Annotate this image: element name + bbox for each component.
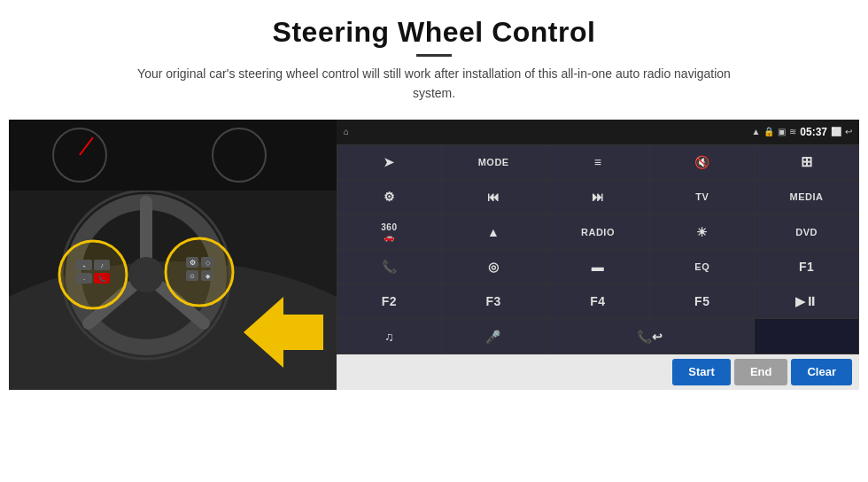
svg-point-12 (59, 241, 127, 308)
back-icon: ↩ (845, 127, 852, 136)
title-section: Steering Wheel Control Your original car… (133, 16, 735, 104)
btn-f3[interactable]: F3 (442, 284, 546, 318)
svg-text:♪: ♪ (100, 261, 104, 269)
end-button[interactable]: End (734, 359, 788, 385)
btn-music[interactable]: ♫ (337, 319, 441, 353)
btn-nav2[interactable]: ◎ (442, 250, 546, 284)
btn-f5[interactable]: F5 (650, 284, 754, 318)
btn-mute[interactable]: 🔇 (650, 145, 754, 179)
svg-point-7 (128, 257, 164, 292)
btn-empty (755, 319, 858, 353)
btn-navigate[interactable]: ➤ (337, 145, 441, 179)
btn-mic[interactable]: 🎤 (442, 319, 546, 353)
svg-point-21 (166, 238, 233, 306)
btn-apps[interactable]: ⊞ (755, 145, 858, 179)
btn-phone[interactable]: 📞 (337, 250, 441, 284)
lock-icon: 🔒 (763, 127, 774, 136)
svg-text:-: - (83, 276, 85, 282)
btn-phonecall[interactable]: 📞↩ (546, 319, 755, 353)
btn-f4[interactable]: F4 (546, 284, 650, 318)
status-bar: ⌂ ▲ 🔒 ▣ ≋ 05:37 ⬜ ↩ (337, 120, 859, 144)
content-area: + - ♪ 📞 ⚙ ◇ ⊙ ◆ (9, 120, 859, 390)
btn-eq[interactable]: EQ (650, 250, 754, 284)
page-wrapper: Steering Wheel Control Your original car… (0, 0, 868, 482)
sd-icon: ▣ (778, 127, 786, 136)
btn-prev[interactable]: ⏮ (442, 180, 546, 214)
bluetooth-icon: ≋ (789, 127, 796, 136)
wifi-icon: ▲ (751, 127, 760, 136)
btn-360[interactable]: 360🚗 (337, 214, 441, 248)
btn-tv[interactable]: TV (650, 180, 754, 214)
btn-dvd[interactable]: DVD (755, 214, 858, 248)
window-icon: ⬜ (831, 127, 841, 136)
title-divider (416, 54, 452, 57)
btn-brightness[interactable]: ☀ (650, 214, 754, 248)
btn-mode[interactable]: MODE (442, 145, 546, 179)
btn-playpause[interactable]: ▶⏸ (755, 284, 858, 318)
bottom-action-bar: Start End Clear (337, 354, 859, 390)
svg-rect-8 (9, 120, 337, 190)
btn-screen[interactable]: ▬ (546, 250, 650, 284)
svg-text:⊙: ⊙ (190, 273, 195, 279)
clear-button[interactable]: Clear (791, 359, 852, 385)
svg-text:⚙: ⚙ (190, 259, 196, 267)
page-subtitle: Your original car's steering wheel contr… (133, 64, 735, 104)
btn-eject[interactable]: ▲ (442, 214, 546, 248)
interface-panel: ⌂ ▲ 🔒 ▣ ≋ 05:37 ⬜ ↩ ➤ MODE ≡ 🔇 ⊞ (337, 120, 859, 390)
svg-text:+: + (82, 263, 86, 268)
btn-list[interactable]: ≡ (546, 145, 650, 179)
page-title: Steering Wheel Control (133, 16, 735, 49)
home-icon: ⌂ (344, 127, 349, 136)
btn-next[interactable]: ⏭ (546, 180, 650, 214)
button-grid: ➤ MODE ≡ 🔇 ⊞ ⚙ ⏮ ⏭ TV MEDIA 360🚗 ▲ RADIO… (337, 144, 859, 354)
btn-media[interactable]: MEDIA (755, 180, 858, 214)
car-image: + - ♪ 📞 ⚙ ◇ ⊙ ◆ (9, 120, 337, 390)
btn-f2[interactable]: F2 (337, 284, 441, 318)
svg-text:📞: 📞 (98, 275, 106, 283)
start-button[interactable]: Start (672, 359, 731, 385)
status-bar-right: ▲ 🔒 ▣ ≋ 05:37 ⬜ ↩ (751, 126, 852, 138)
btn-f1[interactable]: F1 (755, 250, 858, 284)
time-display: 05:37 (800, 126, 827, 138)
btn-settings[interactable]: ⚙ (337, 180, 441, 214)
btn-radio[interactable]: RADIO (546, 214, 650, 248)
